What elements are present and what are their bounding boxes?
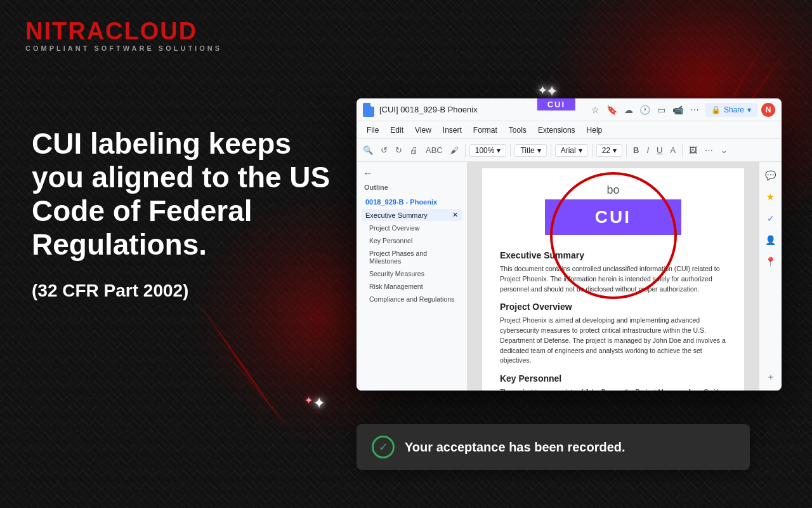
toolbar-underline[interactable]: U: [654, 144, 665, 156]
share-button[interactable]: 🔒 Share ▾: [705, 103, 757, 117]
outline-item-3[interactable]: Security Measures: [362, 268, 462, 279]
outline-item-5[interactable]: Compliance and Regulations: [362, 293, 462, 305]
toolbar-image-icon[interactable]: 🖼: [686, 144, 700, 156]
outline-item-4[interactable]: Risk Management: [362, 281, 462, 292]
toolbar-redo[interactable]: ↻: [393, 144, 405, 156]
toolbar-size-dropdown[interactable]: 22 ▾: [596, 144, 622, 157]
headline-section: CUI labeling keeps you aligned to the US…: [32, 127, 336, 301]
zoom-value: 100%: [475, 146, 495, 155]
cloud-icon[interactable]: ☁: [622, 104, 635, 116]
menu-format[interactable]: Format: [468, 124, 502, 136]
docs-file-icon: [363, 103, 374, 117]
toolbar-zoom-dropdown[interactable]: 100% ▾: [469, 144, 507, 157]
menu-help[interactable]: Help: [582, 124, 608, 136]
toast-message: Your acceptance has been recorded.: [405, 440, 625, 455]
docs-right-sidebar: 💬 ★ ✓ 👤 📍 ＋: [759, 162, 782, 391]
docs-window: CUI [CUI] 0018_929-B Phoenix ☆ 🔖 ☁ 🕐 ▭ 📹…: [357, 98, 782, 391]
toolbar-separator-5: [626, 144, 627, 157]
outline-selected-label: Executive Summary: [365, 211, 428, 219]
toolbar-spellcheck[interactable]: ABC: [423, 144, 445, 156]
sub-headline: (32 CFR Part 2002): [32, 281, 336, 301]
lock-icon: 🔒: [711, 105, 721, 114]
section-title-key-personnel: Key Personnel: [500, 373, 726, 384]
toolbar-font-dropdown[interactable]: Arial ▾: [555, 144, 588, 157]
more-icon[interactable]: ⋯: [688, 104, 701, 116]
menu-file[interactable]: File: [362, 124, 384, 136]
style-chevron-icon: ▾: [537, 146, 541, 155]
google-account-icon[interactable]: N: [761, 103, 775, 117]
section-text-project-overview: Project Phoenix is aimed at developing a…: [500, 316, 726, 366]
toolbar-undo[interactable]: ↺: [378, 144, 390, 156]
right-sidebar-maps-icon[interactable]: 📍: [763, 253, 779, 270]
docs-toolbar: 🔍 ↺ ↻ 🖨 ABC 🖌 100% ▾ Title ▾ Arial ▾ 22 …: [357, 139, 782, 162]
size-value: 22: [602, 146, 610, 155]
toolbar-separator-1: [465, 144, 466, 157]
video-icon[interactable]: 📹: [672, 104, 684, 116]
outline-heading: Outline: [362, 184, 462, 191]
docs-page-area: bo CUI Executive Summary This document c…: [468, 162, 759, 391]
menu-tools[interactable]: Tools: [504, 124, 532, 136]
doc-partial-text: bo: [500, 184, 726, 197]
section-title-executive-summary: Executive Summary: [500, 250, 726, 260]
outline-close-icon[interactable]: ✕: [452, 211, 458, 219]
docs-page: bo CUI Executive Summary This document c…: [482, 168, 744, 391]
right-sidebar-plus-icon[interactable]: ＋: [763, 369, 779, 385]
main-headline: CUI labeling keeps you aligned to the US…: [32, 127, 336, 262]
toolbar-expand-icon[interactable]: ⌄: [718, 144, 730, 156]
style-value: Title: [520, 146, 534, 155]
docs-content-area: ← Outline 0018_929-B - Phoenix Executive…: [357, 162, 782, 391]
share-chevron-icon: ▾: [747, 105, 751, 114]
toast-check-icon: ✓: [372, 436, 395, 458]
font-chevron-icon: ▾: [579, 146, 582, 155]
toolbar-print[interactable]: 🖨: [407, 144, 421, 156]
outline-item-1[interactable]: Key Personnel: [362, 235, 462, 246]
toolbar-separator-6: [682, 144, 683, 157]
docs-outline-sidebar: ← Outline 0018_929-B - Phoenix Executive…: [357, 162, 468, 391]
outline-item-selected[interactable]: Executive Summary ✕: [362, 209, 462, 221]
toolbar-format-paint[interactable]: 🖌: [448, 144, 461, 156]
brand-name: NITRACLOUD: [25, 19, 222, 43]
sidebar-back-button[interactable]: ←: [362, 167, 374, 180]
right-sidebar-chat-icon[interactable]: 💬: [763, 167, 779, 184]
outline-item-0[interactable]: Project Overview: [362, 222, 462, 234]
toolbar-zoom-out[interactable]: 🔍: [360, 144, 376, 156]
history-icon[interactable]: 🕐: [639, 104, 652, 116]
section-text-key-personnel: The project team consists of John Doe as…: [500, 387, 726, 391]
toolbar-separator-4: [592, 144, 593, 157]
section-title-project-overview: Project Overview: [500, 302, 726, 312]
outline-item-2[interactable]: Project Phases and Milestones: [362, 248, 462, 267]
outline-item-active[interactable]: 0018_929-B - Phoenix: [362, 196, 462, 208]
menu-view[interactable]: View: [410, 124, 436, 136]
present-icon[interactable]: ▭: [655, 104, 668, 116]
toolbar-italic[interactable]: I: [644, 144, 652, 156]
bookmark-icon[interactable]: 🔖: [606, 104, 619, 116]
docs-title-actions: ☆ 🔖 ☁ 🕐 ▭ 📹 ⋯ 🔒 Share ▾ N: [589, 103, 775, 117]
toast-notification: ✓ Your acceptance has been recorded.: [357, 424, 750, 470]
menu-extensions[interactable]: Extensions: [533, 124, 580, 136]
section-text-executive-summary: This document contains controlled unclas…: [500, 264, 726, 294]
menu-insert[interactable]: Insert: [438, 124, 467, 136]
toolbar-bold[interactable]: B: [631, 144, 641, 156]
right-sidebar-person-icon[interactable]: 👤: [763, 232, 779, 248]
cui-tab-label: CUI: [537, 98, 575, 110]
right-sidebar-star-icon[interactable]: ★: [763, 189, 779, 205]
toolbar-more-btn[interactable]: ⋯: [702, 144, 716, 156]
toolbar-separator-2: [510, 144, 511, 157]
docs-menubar: File Edit View Insert Format Tools Exten…: [357, 121, 782, 139]
size-chevron-icon: ▾: [613, 146, 617, 155]
cui-section: bo CUI: [500, 184, 726, 243]
toolbar-color[interactable]: A: [667, 144, 678, 156]
share-label: Share: [724, 105, 744, 114]
right-sidebar-check-icon[interactable]: ✓: [763, 210, 779, 227]
zoom-chevron-icon: ▾: [497, 146, 501, 155]
header: NITRACLOUD COMPLIANT SOFTWARE SOLUTIONS: [25, 19, 222, 52]
menu-edit[interactable]: Edit: [385, 124, 409, 136]
toolbar-separator-3: [551, 144, 551, 157]
brand-tagline: COMPLIANT SOFTWARE SOLUTIONS: [25, 44, 222, 52]
toolbar-style-dropdown[interactable]: Title ▾: [514, 144, 546, 157]
font-value: Arial: [561, 146, 576, 155]
cui-document-banner: CUI: [545, 199, 681, 235]
star-icon[interactable]: ☆: [589, 104, 602, 116]
